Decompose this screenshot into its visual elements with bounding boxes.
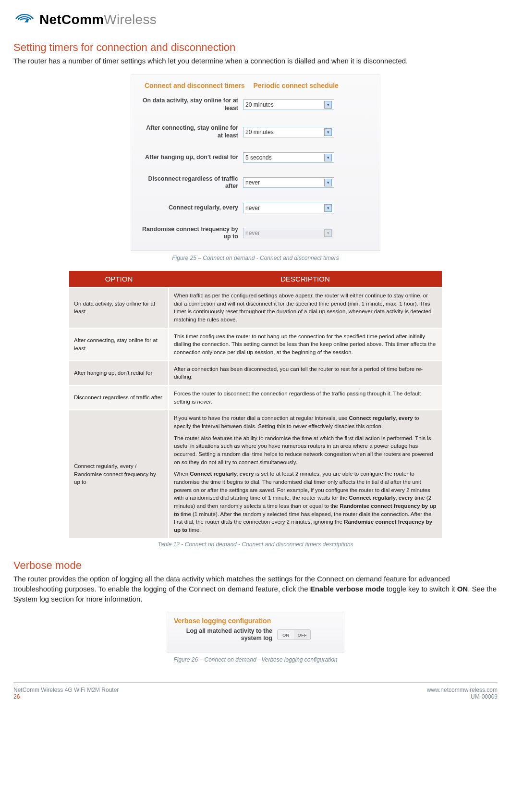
verbose-bold-1: Enable verbose mode: [310, 585, 385, 593]
footer-url: www.netcommwireless.com: [427, 687, 498, 693]
table-header-description: DESCRIPTION: [169, 271, 442, 287]
chevron-down-icon: ▾: [324, 229, 332, 237]
tab-periodic-schedule[interactable]: Periodic connect schedule: [253, 82, 338, 89]
section-title-timers: Setting timers for connection and discon…: [13, 41, 498, 54]
footer-product: NetComm Wireless 4G WiFi M2M Router: [13, 687, 119, 693]
timer-row-label: After hanging up, don't redial for: [140, 154, 243, 161]
description-cell: If you want to have the router dial a co…: [169, 410, 442, 538]
timer-select-value: never: [245, 205, 260, 211]
toggle-on[interactable]: ON: [278, 630, 294, 640]
timer-form-row: After hanging up, don't redial for5 seco…: [140, 152, 371, 163]
verbose-text-mid: toggle key to switch it: [385, 585, 457, 593]
timer-form-row: Randomise connect frequency by up toneve…: [140, 226, 371, 241]
timer-row-label: After connecting, stay online for at lea…: [140, 124, 243, 139]
chevron-down-icon: ▾: [324, 128, 332, 136]
brand-header: NetCommWireless: [13, 12, 498, 28]
description-cell: Forces the router to disconnect the conn…: [169, 385, 442, 410]
timer-form-row: Disconnect regardless of traffic afterne…: [140, 175, 371, 190]
brand-name-light: Wireless: [104, 12, 157, 27]
figure-25-caption: Figure 25 – Connect on demand - Connect …: [13, 255, 498, 261]
chevron-down-icon: ▾: [324, 101, 332, 109]
option-cell: On data activity, stay online for at lea…: [69, 287, 169, 328]
verbose-panel-title: Verbose logging configuration: [174, 617, 337, 625]
timer-select-value: never: [245, 230, 260, 236]
verbose-bold-2: ON: [457, 585, 468, 593]
timer-select-value: 5 seconds: [245, 154, 272, 161]
table-row: After hanging up, don't redial forAfter …: [69, 361, 442, 385]
timer-select-value: 20 minutes: [245, 101, 274, 108]
table-12-caption: Table 12 - Connect on demand - Connect a…: [13, 541, 498, 548]
timer-form-row: After connecting, stay online for at lea…: [140, 124, 371, 139]
figure-26-caption: Figure 26 – Connect on demand - Verbose …: [13, 656, 498, 663]
option-cell: After connecting, stay online for at lea…: [69, 328, 169, 361]
timer-select-value: never: [245, 179, 260, 186]
toggle-off[interactable]: OFF: [294, 630, 310, 640]
verbose-toggle-label: Log all matched activity to the system l…: [174, 627, 277, 642]
table-row: Connect regularly, every / Randomise con…: [69, 410, 442, 538]
chevron-down-icon: ▾: [324, 179, 332, 186]
brand-name-strong: NetComm: [39, 12, 104, 27]
section-title-verbose: Verbose mode: [13, 559, 498, 572]
timer-select[interactable]: 20 minutes▾: [243, 127, 334, 137]
table-row: After connecting, stay online for at lea…: [69, 328, 442, 361]
timer-select[interactable]: 5 seconds▾: [243, 152, 334, 163]
table-row: Disconnect regardless of traffic afterFo…: [69, 385, 442, 410]
timer-select[interactable]: 20 minutes▾: [243, 99, 334, 110]
option-cell: Disconnect regardless of traffic after: [69, 385, 169, 410]
description-cell: After a connection has been disconnected…: [169, 361, 442, 385]
option-cell: Connect regularly, every / Randomise con…: [69, 410, 169, 538]
chevron-down-icon: ▾: [324, 154, 332, 161]
section-lead-verbose: The router provides the option of loggin…: [13, 574, 498, 604]
description-cell: This timer configures the router to not …: [169, 328, 442, 361]
timers-panel: Connect and disconnect timers Periodic c…: [131, 74, 380, 251]
timer-select: never▾: [243, 228, 334, 238]
page-footer: NetComm Wireless 4G WiFi M2M Router 26 w…: [13, 682, 498, 700]
timer-row-label: Connect regularly, every: [140, 204, 243, 212]
timer-form-row: Connect regularly, everynever▾: [140, 203, 371, 213]
tab-connect-disconnect[interactable]: Connect and disconnect timers: [145, 82, 244, 89]
timer-form-row: On data activity, stay online for at lea…: [140, 97, 371, 112]
timer-select[interactable]: never▾: [243, 203, 334, 213]
timer-row-label: On data activity, stay online for at lea…: [140, 97, 243, 112]
verbose-panel: Verbose logging configuration Log all ma…: [167, 613, 344, 652]
description-cell: When traffic as per the configured setti…: [169, 287, 442, 328]
timer-select[interactable]: never▾: [243, 177, 334, 188]
timer-select-value: 20 minutes: [245, 129, 274, 135]
timers-description-table: OPTION DESCRIPTION On data activity, sta…: [68, 270, 443, 539]
table-row: On data activity, stay online for at lea…: [69, 287, 442, 328]
brand-logo-icon: [13, 12, 39, 28]
footer-doc-id: UM-00009: [427, 693, 498, 700]
table-header-option: OPTION: [69, 271, 169, 287]
chevron-down-icon: ▾: [324, 204, 332, 212]
verbose-toggle[interactable]: ON OFF: [277, 629, 311, 640]
footer-page-number: 26: [13, 693, 119, 700]
timer-row-label: Disconnect regardless of traffic after: [140, 175, 243, 190]
section-lead-timers: The router has a number of timer setting…: [13, 56, 498, 66]
timer-row-label: Randomise connect frequency by up to: [140, 226, 243, 241]
option-cell: After hanging up, don't redial for: [69, 361, 169, 385]
